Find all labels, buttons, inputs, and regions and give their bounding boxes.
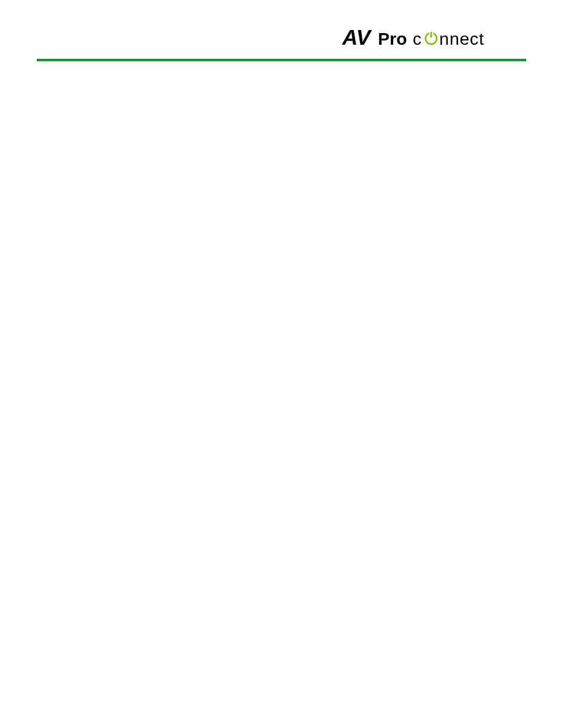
svg-text:Pro: Pro [378,29,407,48]
svg-text:nnect: nnect [439,29,484,48]
svg-text:AV: AV [342,25,372,49]
header-rule [37,59,526,61]
brand-logo: AV Pro c nnect [37,25,526,51]
doc-header: AV Pro c nnect [0,0,563,55]
svg-text:c: c [413,29,422,48]
